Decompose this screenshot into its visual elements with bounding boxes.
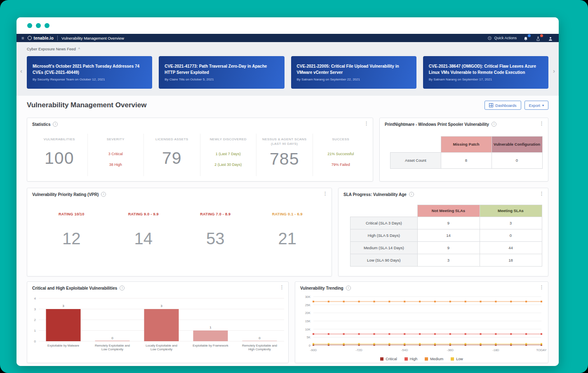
dashboards-button[interactable]: Dashboards: [485, 101, 521, 110]
stat-label: LICENSED ASSETS: [148, 137, 196, 145]
page-title: Vulnerability Management Overview: [27, 101, 146, 109]
legend-label: Medium: [430, 357, 443, 361]
panel-title: Vulnerability Priority Rating (VPR): [32, 192, 99, 197]
svg-text:3: 3: [34, 307, 36, 311]
stat-column: SUCCESS21% Successful79% Failed: [313, 134, 369, 176]
legend-item[interactable]: Low: [451, 357, 463, 361]
stat-value: 100: [31, 149, 87, 168]
news-card[interactable]: CVE-2021-22005: Critical File Upload Vul…: [291, 56, 416, 89]
window-control-dot[interactable]: [45, 23, 49, 28]
news-card[interactable]: Microsoft's October 2021 Patch Tuesday A…: [27, 56, 152, 89]
table-column-header: Not Meeting SLAs: [417, 205, 480, 217]
info-icon[interactable]: i: [346, 286, 351, 290]
top-navbar: ≡ tenable.io Vulnerability Management Ov…: [16, 34, 559, 42]
legend-label: Low: [456, 357, 463, 361]
svg-text:0: 0: [309, 344, 310, 347]
stat-column: VULNERABILITIES100: [31, 134, 88, 176]
table-row-header: High (SLA 5 Days): [350, 229, 418, 241]
news-card[interactable]: CVE-2021-38647 (OMIGOD): Critical Flaw L…: [423, 56, 548, 89]
stat-column: NEWLY DISCOVERED1 (Last 7 Days)2 (Last 3…: [200, 134, 257, 176]
table-row: Critical (SLA 3 Days)93: [350, 217, 542, 229]
quick-actions-icon: [487, 36, 492, 40]
table-cell: 0: [480, 229, 542, 241]
table-column-header: Vulnerable Configuration: [492, 137, 542, 153]
svg-text:20K: 20K: [305, 311, 310, 315]
svg-text:0: 0: [259, 336, 261, 340]
legend-item[interactable]: Medium: [425, 357, 443, 361]
carousel-left-icon[interactable]: ‹: [20, 68, 22, 74]
news-card-byline: By Security Response Team on October 12,…: [33, 78, 146, 81]
kebab-menu-icon[interactable]: ⋮: [323, 191, 327, 196]
stat-label: NESSUS & AGENT SCANS (LAST 90 DAYS): [260, 137, 309, 146]
svg-text:Low Complexity: Low Complexity: [151, 347, 172, 351]
news-cards-row: Microsoft's October 2021 Patch Tuesday A…: [27, 56, 548, 89]
window-control-dot[interactable]: [27, 23, 32, 28]
svg-text:Exploitable by Framework: Exploitable by Framework: [193, 344, 228, 347]
svg-text:Exploitable by Malware: Exploitable by Malware: [47, 344, 79, 347]
info-icon[interactable]: i: [492, 122, 496, 127]
news-feed-label[interactable]: Cyber Exposure News Feed^: [27, 47, 80, 51]
tenable-logo-text: tenable.io: [33, 36, 54, 40]
matrix-table: Not Meeting SLAsMeeting SLAsCritical (SL…: [350, 205, 542, 267]
kebab-menu-icon[interactable]: ⋮: [280, 285, 284, 290]
stat-label: VULNERABILITIES: [35, 137, 84, 145]
stat-column: SEVERITY3 Critical38 High: [88, 134, 144, 176]
tenable-logo[interactable]: tenable.io: [28, 36, 54, 40]
vpr-column: RATING 0.1 - 6.921: [252, 212, 324, 248]
legend-swatch: [451, 357, 454, 361]
table-row: Low (SLA 90 Days)318: [350, 254, 542, 266]
svg-text:-90D: -90D: [310, 348, 317, 352]
svg-text:-54D: -54D: [401, 348, 408, 352]
cyber-exposure-news-feed: Cyber Exposure News Feed^ ‹ › Microsoft'…: [16, 42, 559, 96]
notification-badge-blue: [528, 34, 531, 37]
legend-item[interactable]: Critical: [380, 357, 397, 361]
kebab-menu-icon[interactable]: ⋮: [539, 285, 544, 290]
statistics-panel: Statistics i ⋮ VULNERABILITIES100SEVERIT…: [27, 118, 373, 182]
stat-label: SUCCESS: [316, 137, 365, 145]
table-cell: 0: [492, 152, 542, 168]
legend-item[interactable]: High: [405, 357, 418, 361]
vpr-count: 12: [35, 229, 108, 248]
stat-value: 785: [256, 149, 313, 169]
info-icon[interactable]: i: [120, 286, 125, 290]
window-control-dot[interactable]: [36, 23, 41, 28]
export-button[interactable]: Export ▾: [524, 101, 548, 110]
notifications-bell-icon[interactable]: [523, 35, 529, 41]
panel-title: Vulnerability Trending: [300, 286, 343, 290]
vpr-count: 53: [179, 229, 252, 248]
kebab-menu-icon[interactable]: ⋮: [539, 191, 544, 196]
vpr-column: RATING 9.0 - 9.914: [108, 212, 180, 248]
svg-text:4: 4: [34, 297, 36, 300]
bar-chart: 012343Exploitable by Malware0Remotely Ex…: [27, 293, 288, 363]
vpr-count: 21: [252, 229, 324, 248]
table-column-header: Missing Patch: [441, 137, 492, 153]
menu-icon[interactable]: ≡: [21, 35, 24, 40]
nav-page-title: Vulnerability Management Overview: [61, 36, 124, 40]
vpr-column: RATING 7.0 - 8.953: [179, 212, 252, 248]
table-row-header: Low (SLA 90 Days): [350, 254, 418, 266]
quick-actions-button[interactable]: Quick Actions: [487, 36, 517, 40]
news-card-byline: By Satnam Narang on September 22, 2021: [297, 78, 411, 81]
collapse-caret-icon: ^: [78, 47, 80, 51]
kebab-menu-icon[interactable]: ⋮: [539, 121, 544, 126]
matrix-table: Missing PatchVulnerable ConfigurationAss…: [390, 136, 543, 169]
info-icon[interactable]: i: [53, 122, 58, 127]
kebab-menu-icon[interactable]: ⋮: [364, 121, 369, 126]
user-profile-icon[interactable]: [548, 35, 554, 41]
info-icon[interactable]: i: [409, 192, 414, 197]
info-icon[interactable]: i: [101, 192, 106, 197]
nav-divider: [57, 35, 58, 40]
stat-subvalue: 3 Critical: [88, 152, 144, 156]
carousel-right-icon[interactable]: ›: [553, 68, 555, 74]
news-card-title: Microsoft's October 2021 Patch Tuesday A…: [33, 64, 146, 76]
svg-text:0: 0: [34, 340, 36, 343]
news-card[interactable]: CVE-2021-41773: Path Traversal Zero-Day …: [159, 56, 284, 89]
legend-label: High: [410, 357, 418, 361]
table-row: Asset Count80: [390, 152, 543, 168]
whats-new-icon[interactable]: [536, 35, 541, 41]
dashboards-grid-icon: [489, 103, 493, 107]
browser-window: ≡ tenable.io Vulnerability Management Ov…: [16, 17, 559, 366]
table-row: Medium (SLA 14 Days)944: [350, 241, 542, 254]
chevron-down-icon: ▾: [542, 104, 544, 107]
table-cell: 14: [417, 229, 480, 241]
